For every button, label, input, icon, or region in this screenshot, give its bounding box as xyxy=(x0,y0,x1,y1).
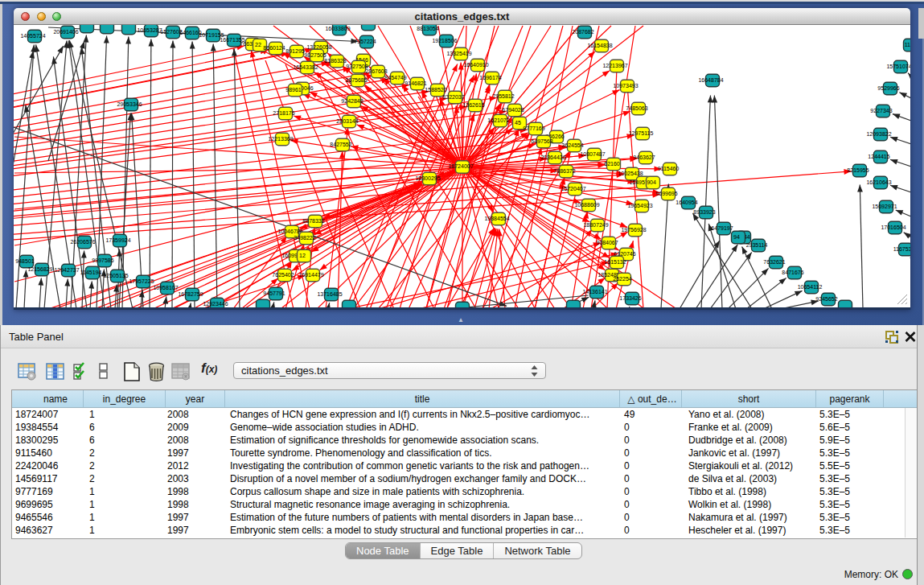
svg-text:7357224: 7357224 xyxy=(354,39,376,44)
svg-text:10958107: 10958107 xyxy=(153,285,178,290)
svg-text:8427552: 8427552 xyxy=(330,142,351,147)
svg-text:9227343: 9227343 xyxy=(870,108,892,113)
svg-text:19756928: 19756928 xyxy=(621,227,646,233)
svg-text:16648784: 16648784 xyxy=(698,77,723,83)
svg-text:17957225: 17957225 xyxy=(129,278,154,284)
svg-text:1696174: 1696174 xyxy=(479,75,501,80)
svg-text:19218506: 19218506 xyxy=(432,38,457,43)
svg-text:15751074: 15751074 xyxy=(886,64,910,69)
svg-text:2087682: 2087682 xyxy=(572,29,593,35)
svg-text:1244415: 1244415 xyxy=(868,154,889,159)
svg-text:7886372: 7886372 xyxy=(553,168,575,174)
svg-text:15692971: 15692971 xyxy=(872,204,897,209)
svg-text:6479197: 6479197 xyxy=(711,225,733,231)
svg-text:8186328: 8186328 xyxy=(324,58,346,64)
svg-text:12093822: 12093822 xyxy=(866,131,891,137)
svg-text:7485063: 7485063 xyxy=(626,105,647,111)
svg-text:16154838: 16154838 xyxy=(587,43,612,48)
svg-text:9245652: 9245652 xyxy=(815,296,837,302)
svg-text:9529966: 9529966 xyxy=(877,85,899,91)
svg-text:1588520: 1588520 xyxy=(425,87,446,93)
svg-text:8878332: 8878332 xyxy=(302,218,324,224)
svg-text:10046786: 10046786 xyxy=(277,229,302,234)
svg-text:14055724: 14055724 xyxy=(20,33,45,39)
svg-text:904: 904 xyxy=(647,179,656,185)
svg-text:1362615: 1362615 xyxy=(462,102,484,108)
svg-text:20691406: 20691406 xyxy=(53,29,78,35)
svg-text:22: 22 xyxy=(255,42,261,47)
svg-text:111: 111 xyxy=(905,42,910,47)
svg-text:6497568: 6497568 xyxy=(531,138,552,144)
svg-text:8471676: 8471676 xyxy=(782,270,803,275)
svg-text:10807487: 10807487 xyxy=(580,151,605,157)
svg-text:7955812: 7955812 xyxy=(492,93,514,99)
svg-text:15720407: 15720407 xyxy=(561,186,585,192)
svg-text:16914479: 16914479 xyxy=(298,272,323,278)
svg-text:1621072: 1621072 xyxy=(487,117,509,123)
svg-text:12213369: 12213369 xyxy=(268,136,293,142)
svg-text:17359924: 17359924 xyxy=(105,237,130,243)
svg-text:3624554: 3624554 xyxy=(561,142,583,148)
svg-text:3498222: 3498222 xyxy=(294,235,315,241)
svg-text:29053346: 29053346 xyxy=(117,101,142,107)
svg-text:1145194: 1145194 xyxy=(80,270,102,275)
svg-text:10973493: 10973493 xyxy=(613,83,638,89)
svg-text:13325419: 13325419 xyxy=(446,51,471,56)
svg-text:9699695: 9699695 xyxy=(655,191,677,196)
svg-text:1733426: 1733426 xyxy=(619,295,641,301)
svg-text:12: 12 xyxy=(299,253,306,258)
svg-text:17016504: 17016504 xyxy=(881,225,906,230)
svg-text:9463627: 9463627 xyxy=(633,154,655,160)
svg-text:1640954: 1640954 xyxy=(676,200,697,205)
svg-text:16640910: 16640910 xyxy=(463,62,488,68)
svg-text:16033809: 16033809 xyxy=(325,26,350,31)
svg-text:10654112: 10654112 xyxy=(798,284,823,290)
svg-text:20364436: 20364436 xyxy=(540,154,565,160)
svg-text:1167533: 1167533 xyxy=(893,246,910,252)
svg-text:98961: 98961 xyxy=(285,87,302,93)
svg-text:12213967: 12213967 xyxy=(602,63,627,68)
svg-text:10025438: 10025438 xyxy=(618,171,643,176)
svg-text:62160: 62160 xyxy=(604,161,620,167)
svg-text:7632621: 7632621 xyxy=(763,259,785,265)
svg-text:9997586: 9997586 xyxy=(92,257,113,263)
svg-text:9115460: 9115460 xyxy=(658,166,680,171)
svg-text:45: 45 xyxy=(515,120,521,126)
svg-text:9777169: 9777169 xyxy=(523,126,544,131)
svg-text:16210643: 16210643 xyxy=(866,179,891,185)
svg-text:9242848: 9242848 xyxy=(341,98,363,104)
svg-text:8322037: 8322037 xyxy=(442,94,464,100)
svg-text:8454749: 8454749 xyxy=(384,75,406,80)
svg-text:8813054: 8813054 xyxy=(417,26,438,31)
svg-text:14136141: 14136141 xyxy=(582,289,607,295)
svg-text:18724007: 18724007 xyxy=(448,163,473,169)
svg-text:252254: 252254 xyxy=(613,276,631,282)
svg-text:12942737: 12942737 xyxy=(54,267,79,273)
svg-text:1615132: 1615132 xyxy=(604,259,626,265)
svg-text:12156829: 12156829 xyxy=(27,266,52,272)
svg-text:13226058: 13226058 xyxy=(306,44,331,50)
svg-text:18807249: 18807249 xyxy=(583,222,608,228)
svg-text:7625402: 7625402 xyxy=(272,272,294,278)
svg-text:6120746: 6120746 xyxy=(614,251,635,257)
svg-text:948501: 948501 xyxy=(15,258,34,264)
svg-text:13716485: 13716485 xyxy=(317,291,342,297)
svg-text:12923446: 12923446 xyxy=(203,301,228,307)
svg-text:19654923: 19654923 xyxy=(627,203,652,208)
svg-text:2803144: 2803144 xyxy=(336,118,358,124)
svg-text:19384554: 19384554 xyxy=(484,216,509,221)
svg-text:3675685: 3675685 xyxy=(345,77,367,83)
svg-text:94: 94 xyxy=(733,234,740,240)
svg-text:2867608: 2867608 xyxy=(365,68,387,74)
svg-text:8215955: 8215955 xyxy=(847,167,869,173)
svg-text:6794028: 6794028 xyxy=(502,107,524,113)
svg-text:16543382: 16543382 xyxy=(293,64,318,70)
svg-text:8933923: 8933923 xyxy=(693,209,715,215)
svg-text:12505135: 12505135 xyxy=(103,273,128,278)
svg-text:2935114: 2935114 xyxy=(746,242,768,248)
svg-text:10653287: 10653287 xyxy=(137,27,162,33)
svg-text:18300295: 18300295 xyxy=(415,175,440,181)
svg-text:8660124: 8660124 xyxy=(263,45,285,51)
svg-text:26206576: 26206576 xyxy=(70,239,95,245)
svg-text:9457791: 9457791 xyxy=(263,290,285,296)
